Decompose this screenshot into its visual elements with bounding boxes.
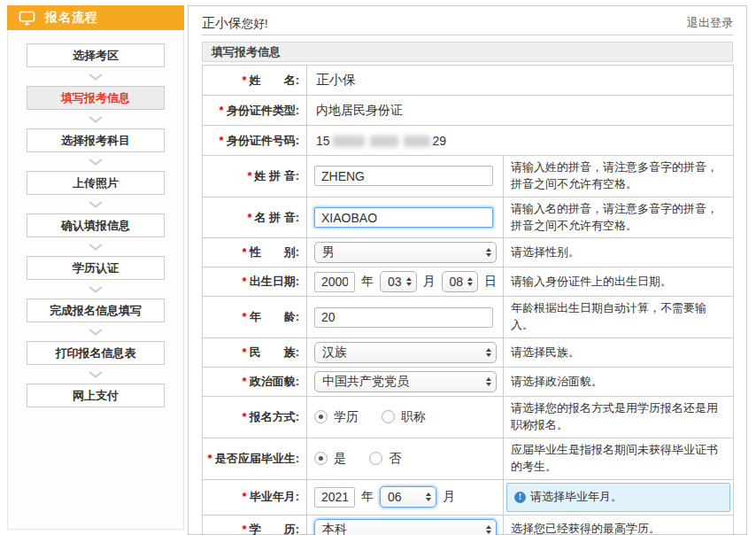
table-row: *是否应届毕业生: 是 否 应届毕业生是指报名期间未获得毕业证书的考生。 (203, 438, 734, 479)
sidebar: 报名流程 选择考区 填写报考信息 选择报考科目 上传照片 确认填报信息 学历认证… (7, 5, 184, 530)
id-type-value: 内地居民身份证 (307, 96, 734, 126)
step-upload-photo[interactable]: 上传照片 (27, 171, 165, 195)
select-arrows-icon (426, 492, 431, 501)
education-level-select[interactable]: 本科 (314, 519, 497, 535)
chevron-down-icon (89, 244, 103, 251)
surname-pinyin-input[interactable] (314, 166, 493, 186)
age-input[interactable] (314, 307, 493, 328)
age-label: 年 龄: (250, 310, 299, 323)
main-header: 正小保您好! 退出登录 (202, 12, 733, 35)
table-row: *身份证件号码: 1529 (203, 126, 734, 156)
political-status-hint: 请选择政治面貌。 (504, 368, 734, 397)
chevron-down-icon (89, 371, 103, 378)
table-row: *年 龄: 年龄根据出生日期自动计算，不需要输入。 (203, 297, 734, 338)
step-select-subjects[interactable]: 选择报考科目 (27, 128, 165, 152)
sidebar-header: 报名流程 (7, 5, 184, 30)
step-confirm-info[interactable]: 确认填报信息 (27, 213, 165, 237)
step-print-form[interactable]: 打印报名信息表 (27, 341, 165, 365)
masked-digits (404, 136, 430, 147)
name-value: 正小保 (307, 66, 734, 96)
birthdate-hint: 请输入身份证件上的出生日期。 (504, 268, 734, 297)
method-degree-radio[interactable] (314, 410, 328, 423)
table-row: *学 历: 本科 选择您已经获得的最高学历。 (203, 515, 734, 535)
givenname-pinyin-input[interactable] (314, 207, 493, 228)
table-row: *身份证件类型: 内地居民身份证 (203, 96, 734, 126)
name-label: 姓 名: (250, 74, 299, 87)
table-row: *性 别: 男 请选择性别。 (203, 238, 734, 268)
surname-pinyin-label: 姓 拼 音: (254, 169, 299, 182)
masked-digits (333, 136, 365, 147)
chevron-down-icon (89, 201, 103, 208)
chevron-down-icon (89, 159, 103, 166)
graduation-date-label: 毕业年月: (250, 490, 299, 503)
logout-link[interactable]: 退出登录 (687, 15, 733, 31)
table-row: *名 拼 音: 请输入名的拼音，请注意多音字的拼音，拼音之间不允许有空格。 (203, 197, 734, 238)
steps-list: 选择考区 填写报考信息 选择报考科目 上传照片 确认填报信息 学历认证 完成报名… (8, 30, 183, 407)
table-row: *出生日期: 年 03 月 08 日 请输入身份证件上的出生日期。 (203, 268, 734, 297)
step-select-exam-area[interactable]: 选择考区 (27, 43, 165, 67)
step-fill-info[interactable]: 填写报考信息 (27, 86, 165, 110)
education-level-hint: 选择您已经获得的最高学历。 (504, 515, 734, 535)
age-hint: 年龄根据出生日期自动计算，不需要输入。 (504, 297, 734, 338)
political-status-select[interactable]: 中国共产党党员 (314, 371, 497, 392)
table-row: *民 族: 汉族 请选择民族。 (203, 338, 734, 368)
birth-month-select[interactable]: 03 (380, 271, 417, 292)
givenname-pinyin-label: 名 拼 音: (254, 211, 299, 224)
political-status-label: 政治面貌: (250, 375, 299, 388)
user-name: 正小保 (202, 15, 242, 30)
select-arrows-icon (486, 525, 491, 534)
graduation-month-select[interactable]: 06 (380, 486, 436, 508)
chevron-down-icon (89, 74, 103, 81)
graduation-date-warning: 请选择毕业年月。 (506, 483, 730, 512)
ethnicity-label: 民 族: (250, 345, 299, 359)
chevron-down-icon (89, 116, 103, 123)
select-arrows-icon (486, 348, 491, 357)
registration-method-label: 报名方式: (250, 410, 299, 423)
main-panel: 正小保您好! 退出登录 填写报考信息 *姓 名: 正小保 *身份证件类型: 内地… (188, 5, 747, 535)
id-number-value: 1529 (307, 126, 734, 156)
masked-digits (370, 136, 398, 147)
graduation-year-input[interactable] (314, 487, 355, 508)
table-row: *毕业年月: 年 06 月 请选择毕业年月。 (203, 479, 734, 515)
chevron-down-icon (89, 329, 103, 336)
id-type-label: 身份证件类型: (227, 104, 299, 117)
gender-label: 性 别: (250, 245, 299, 259)
sidebar-title: 报名流程 (45, 10, 98, 26)
ethnicity-select[interactable]: 汉族 (314, 342, 497, 363)
step-education-verification[interactable]: 学历认证 (27, 256, 165, 280)
givenname-pinyin-hint: 请输入名的拼音，请注意多音字的拼音，拼音之间不允许有空格。 (504, 197, 734, 238)
select-arrows-icon (406, 277, 412, 286)
id-number-label: 身份证件号码: (227, 134, 299, 147)
chevron-down-icon (89, 286, 103, 293)
step-complete-registration[interactable]: 完成报名信息填写 (27, 299, 165, 322)
birth-year-input[interactable] (314, 272, 355, 292)
table-row: *政治面貌: 中国共产党党员 请选择政治面貌。 (203, 368, 734, 397)
registration-method-hint: 请选择您的报名方式是用学历报名还是用职称报名。 (504, 397, 734, 438)
table-row: *姓 拼 音: 请输入姓的拼音，请注意多音字的拼音，拼音之间不允许有空格。 (203, 156, 734, 198)
step-online-payment[interactable]: 网上支付 (27, 384, 165, 407)
select-arrows-icon (486, 377, 491, 386)
registration-page: 报名流程 选择考区 填写报考信息 选择报考科目 上传照片 确认填报信息 学历认证… (0, 0, 756, 535)
fresh-graduate-no-radio[interactable] (369, 452, 382, 465)
gender-select[interactable]: 男 (314, 242, 497, 263)
greeting: 正小保您好! (202, 15, 268, 32)
method-title-radio[interactable] (382, 410, 395, 423)
select-arrows-icon (486, 248, 491, 257)
fresh-graduate-yes-radio[interactable] (314, 452, 328, 465)
registration-form-table: *姓 名: 正小保 *身份证件类型: 内地居民身份证 *身份证件号码: 1529… (202, 65, 734, 535)
birthdate-label: 出生日期: (250, 275, 299, 288)
ethnicity-hint: 请选择民族。 (504, 338, 734, 368)
info-icon (514, 492, 526, 503)
section-title: 填写报考信息 (202, 42, 733, 62)
surname-pinyin-hint: 请输入姓的拼音，请注意多音字的拼音，拼音之间不允许有空格。 (504, 156, 734, 198)
fresh-graduate-hint: 应届毕业生是指报名期间未获得毕业证书的考生。 (504, 438, 734, 479)
table-row: *姓 名: 正小保 (203, 66, 734, 96)
select-arrows-icon (467, 277, 473, 286)
gender-hint: 请选择性别。 (504, 238, 734, 268)
table-row: *报名方式: 学历 职称 请选择您的报名方式是用学历报名还是用职称报名。 (203, 397, 734, 438)
education-level-label: 学 历: (250, 523, 299, 535)
monitor-icon (19, 11, 35, 26)
birth-day-select[interactable]: 08 (442, 271, 479, 292)
fresh-graduate-label: 是否应届毕业生: (215, 452, 299, 465)
